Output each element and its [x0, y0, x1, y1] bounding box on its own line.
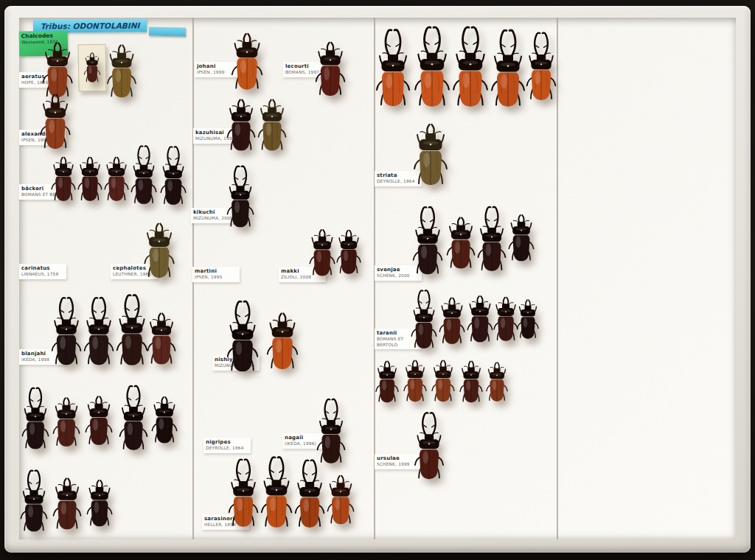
- beetle-specimen: [525, 21, 557, 116]
- beetle-specimen: [227, 451, 260, 539]
- beetle-specimen: [19, 464, 49, 542]
- species-name: nigripes: [206, 439, 248, 446]
- beetle-specimen: [118, 379, 149, 461]
- beetle-specimen: [410, 289, 438, 354]
- beetle-specimen: [431, 355, 456, 410]
- beetle-specimen: [293, 452, 326, 539]
- beetle-specimen: [451, 18, 490, 120]
- beetle-specimen: [115, 289, 149, 376]
- beetle-specimen: [226, 164, 255, 234]
- beetle-specimen: [411, 200, 444, 285]
- beetle-specimen: [83, 52, 102, 85]
- beetle-specimen: [150, 385, 178, 458]
- beetle-specimen: [38, 92, 72, 155]
- beetle-specimen: [50, 151, 77, 210]
- beetle-specimen: [413, 411, 445, 485]
- beetle-specimen: [86, 468, 114, 542]
- beetle-specimen: [490, 22, 526, 119]
- beetle-specimen: [103, 43, 140, 103]
- beetle-specimen: [230, 31, 264, 96]
- beetle-specimen: [52, 468, 83, 543]
- beetle-specimen: [77, 151, 103, 210]
- beetle-specimen: [226, 97, 257, 156]
- beetle-specimen: [335, 225, 362, 282]
- beetle-specimen: [459, 357, 484, 410]
- beetle-specimen: [476, 200, 507, 281]
- tribus-label-text: Tribus: ODONTOLABINI: [41, 21, 140, 31]
- beetle-specimen: [142, 221, 177, 284]
- beetle-specimen: [438, 291, 466, 354]
- beetle-specimen: [265, 308, 299, 378]
- beetle-specimen: [516, 292, 540, 349]
- beetle-specimen: [21, 382, 50, 459]
- beetle-specimen: [485, 358, 509, 408]
- beetle-specimen: [411, 122, 450, 192]
- specimen-box: Tribus: ODONTOLABINI Chalcodes Westwood,…: [4, 6, 751, 553]
- beetle-specimen: [314, 38, 347, 103]
- beetle-specimen: [130, 143, 158, 211]
- species-name: martini: [195, 268, 237, 275]
- species-name: carinatus: [21, 265, 64, 272]
- beetle-specimen: [146, 304, 177, 377]
- beetle-specimen: [403, 355, 428, 410]
- beetle-specimen: [159, 143, 187, 212]
- beetle-specimen: [83, 291, 115, 376]
- beetle-specimen: [375, 21, 411, 120]
- beetle-specimen: [326, 463, 355, 540]
- beetle-specimen: [493, 290, 519, 351]
- beetle-specimen: [226, 289, 260, 388]
- species-author: LINNAEUS, 1758: [21, 272, 64, 278]
- beetle-specimen: [507, 203, 535, 276]
- box-interior: Tribus: ODONTOLABINI Chalcodes Westwood,…: [19, 18, 736, 539]
- beetle-specimen: [52, 387, 81, 461]
- beetle-specimen: [466, 289, 494, 352]
- beetle-specimen: [103, 151, 130, 210]
- beetle-specimen: [84, 385, 114, 460]
- beetle-specimen: [308, 225, 336, 284]
- beetle-specimen: [413, 18, 451, 120]
- species-label: martiniIPSEN, 1995: [192, 267, 240, 282]
- species-label: carinatusLINNAEUS, 1758: [19, 264, 66, 279]
- beetle-specimen: [260, 449, 293, 539]
- beetle-specimen: [375, 357, 400, 410]
- label-strip-2: [149, 27, 186, 37]
- species-author: IPSEN, 1995: [195, 275, 237, 281]
- beetle-specimen: [50, 291, 83, 376]
- beetle-specimen: [445, 205, 476, 284]
- beetle-specimen: [257, 97, 288, 156]
